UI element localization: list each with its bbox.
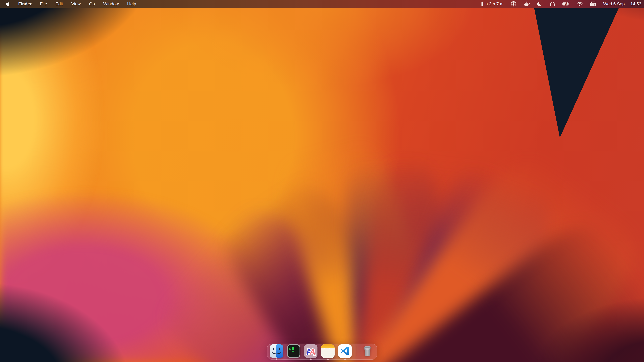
- trash-icon: [361, 345, 374, 358]
- menu-edit[interactable]: Edit: [55, 1, 63, 6]
- battery-charging-icon[interactable]: [562, 2, 570, 6]
- a-monogram-app-icon: A A: [304, 345, 318, 358]
- desktop: Finder File Edit View Go Window Help in …: [0, 0, 644, 362]
- focus-moon-icon[interactable]: [537, 1, 542, 7]
- menu-view[interactable]: View: [71, 1, 81, 6]
- menu-bar: Finder File Edit View Go Window Help in …: [0, 0, 644, 8]
- vscode-icon: [338, 345, 352, 358]
- dock-item-finder[interactable]: [270, 345, 283, 358]
- running-indicator: [310, 359, 312, 360]
- dock-item-terminal[interactable]: $: [287, 345, 300, 358]
- notes-icon: [321, 345, 334, 358]
- headphones-icon[interactable]: [550, 1, 555, 7]
- dock-item-a-monogram-app[interactable]: A A: [304, 345, 318, 358]
- dock-divider: [356, 346, 356, 357]
- menu-window[interactable]: Window: [103, 1, 119, 6]
- running-indicator: [327, 359, 329, 360]
- menu-file[interactable]: File: [40, 1, 47, 6]
- running-indicator: [276, 359, 278, 360]
- terminal-icon: $: [287, 345, 300, 358]
- running-indicator: [344, 359, 346, 360]
- menu-time: 14:53: [630, 1, 641, 6]
- timer-pill-icon: [481, 1, 483, 6]
- menu-date: Wed 6 Sep: [603, 1, 625, 6]
- apple-menu[interactable]: [6, 1, 10, 6]
- finder-icon: [270, 345, 283, 358]
- timer-text: in 3 h 7 m: [484, 1, 504, 6]
- dock: $ A A: [267, 344, 377, 360]
- wifi-icon[interactable]: [577, 1, 583, 6]
- svg-text:$: $: [289, 347, 291, 351]
- apple-logo-icon: [6, 1, 10, 6]
- wallpaper-bottomright-dark: [0, 0, 644, 362]
- timer-status[interactable]: in 3 h 7 m: [481, 1, 504, 6]
- dock-item-trash[interactable]: [361, 345, 374, 358]
- menu-clock[interactable]: Wed 6 Sep 14:53: [603, 1, 641, 6]
- wallpaper: [0, 0, 644, 362]
- control-center-icon[interactable]: [590, 1, 596, 6]
- activity-ring-icon[interactable]: [511, 1, 516, 7]
- active-app-menu[interactable]: Finder: [18, 1, 32, 6]
- docker-whale-icon[interactable]: [524, 1, 530, 6]
- menu-go[interactable]: Go: [89, 1, 95, 6]
- dock-item-vscode[interactable]: [338, 345, 352, 358]
- dock-item-notes[interactable]: [321, 345, 334, 358]
- menu-help[interactable]: Help: [127, 1, 136, 6]
